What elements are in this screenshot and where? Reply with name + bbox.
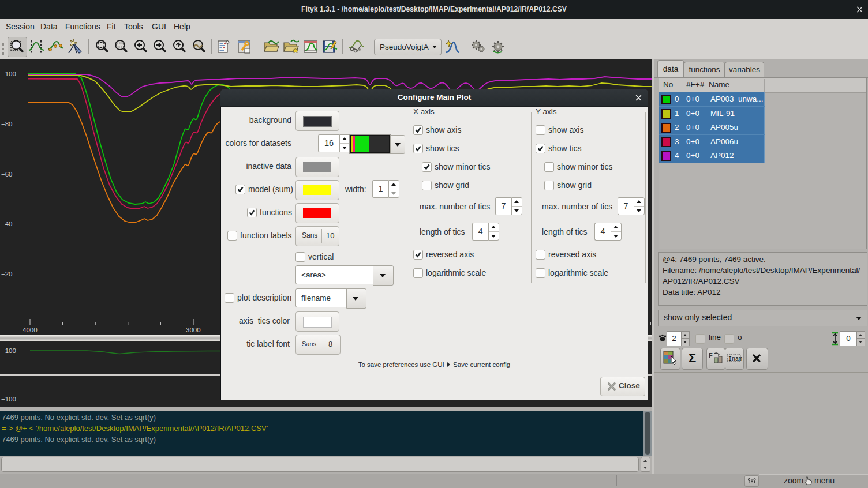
svg-text:F: F bbox=[709, 352, 713, 359]
svg-text:−60: −60 bbox=[1, 171, 13, 178]
svg-text:−80: −80 bbox=[1, 121, 13, 127]
svg-text:4000: 4000 bbox=[23, 326, 38, 333]
svg-text:−100: −100 bbox=[1, 347, 16, 354]
svg-text:Inam: Inam bbox=[728, 356, 742, 362]
svg-text:−20: −20 bbox=[1, 271, 13, 277]
svg-text:−40: −40 bbox=[1, 220, 13, 227]
svg-text:−100: −100 bbox=[1, 70, 16, 77]
svg-text:3000: 3000 bbox=[186, 326, 201, 333]
